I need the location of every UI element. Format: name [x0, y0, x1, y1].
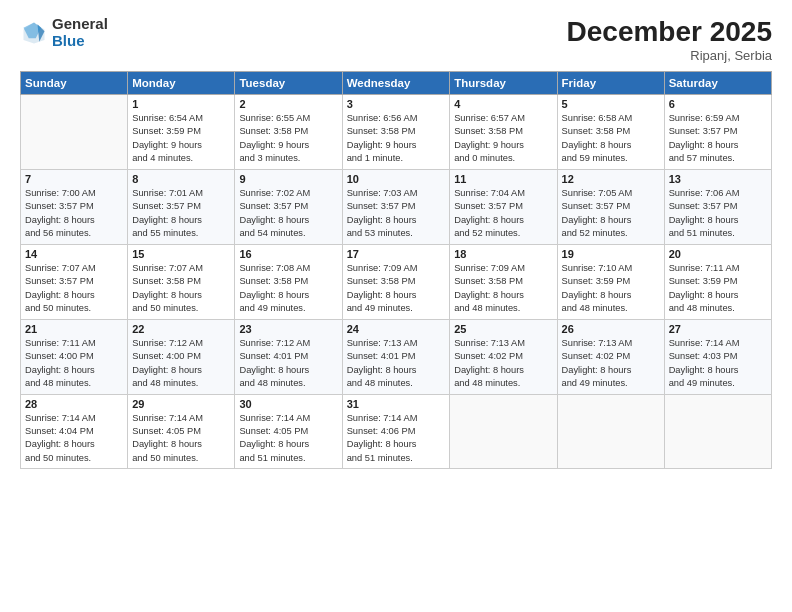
day-number: 10 — [347, 173, 446, 185]
calendar-cell: 21Sunrise: 7:11 AMSunset: 4:00 PMDayligh… — [21, 319, 128, 394]
calendar-cell: 13Sunrise: 7:06 AMSunset: 3:57 PMDayligh… — [664, 169, 771, 244]
day-number: 27 — [669, 323, 767, 335]
day-detail: Sunrise: 7:04 AMSunset: 3:57 PMDaylight:… — [454, 187, 552, 241]
day-number: 31 — [347, 398, 446, 410]
day-detail: Sunrise: 7:09 AMSunset: 3:58 PMDaylight:… — [347, 262, 446, 316]
calendar-cell: 22Sunrise: 7:12 AMSunset: 4:00 PMDayligh… — [128, 319, 235, 394]
day-number: 5 — [562, 98, 660, 110]
location-label: Ripanj, Serbia — [567, 48, 772, 63]
day-number: 16 — [239, 248, 337, 260]
day-detail: Sunrise: 7:07 AMSunset: 3:58 PMDaylight:… — [132, 262, 230, 316]
day-number: 22 — [132, 323, 230, 335]
calendar-cell: 24Sunrise: 7:13 AMSunset: 4:01 PMDayligh… — [342, 319, 450, 394]
calendar-week-row: 7Sunrise: 7:00 AMSunset: 3:57 PMDaylight… — [21, 169, 772, 244]
calendar-cell: 5Sunrise: 6:58 AMSunset: 3:58 PMDaylight… — [557, 95, 664, 170]
calendar-cell: 31Sunrise: 7:14 AMSunset: 4:06 PMDayligh… — [342, 394, 450, 469]
day-number: 28 — [25, 398, 123, 410]
logo-general-text: General — [52, 16, 108, 33]
day-number: 24 — [347, 323, 446, 335]
calendar-cell: 9Sunrise: 7:02 AMSunset: 3:57 PMDaylight… — [235, 169, 342, 244]
month-year-title: December 2025 — [567, 16, 772, 48]
weekday-header-thursday: Thursday — [450, 72, 557, 95]
calendar-cell: 8Sunrise: 7:01 AMSunset: 3:57 PMDaylight… — [128, 169, 235, 244]
day-number: 25 — [454, 323, 552, 335]
day-detail: Sunrise: 7:06 AMSunset: 3:57 PMDaylight:… — [669, 187, 767, 241]
logo-blue-text: Blue — [52, 33, 108, 50]
day-number: 13 — [669, 173, 767, 185]
day-detail: Sunrise: 7:13 AMSunset: 4:01 PMDaylight:… — [347, 337, 446, 391]
logo-text: General Blue — [52, 16, 108, 49]
day-detail: Sunrise: 7:14 AMSunset: 4:05 PMDaylight:… — [239, 412, 337, 466]
calendar-cell — [450, 394, 557, 469]
day-number: 26 — [562, 323, 660, 335]
calendar-cell: 25Sunrise: 7:13 AMSunset: 4:02 PMDayligh… — [450, 319, 557, 394]
logo: General Blue — [20, 16, 108, 49]
day-detail: Sunrise: 6:54 AMSunset: 3:59 PMDaylight:… — [132, 112, 230, 166]
day-detail: Sunrise: 7:14 AMSunset: 4:04 PMDaylight:… — [25, 412, 123, 466]
calendar-cell: 18Sunrise: 7:09 AMSunset: 3:58 PMDayligh… — [450, 244, 557, 319]
day-detail: Sunrise: 7:12 AMSunset: 4:01 PMDaylight:… — [239, 337, 337, 391]
day-number: 29 — [132, 398, 230, 410]
weekday-header-row: SundayMondayTuesdayWednesdayThursdayFrid… — [21, 72, 772, 95]
day-number: 2 — [239, 98, 337, 110]
calendar-cell: 20Sunrise: 7:11 AMSunset: 3:59 PMDayligh… — [664, 244, 771, 319]
day-detail: Sunrise: 7:00 AMSunset: 3:57 PMDaylight:… — [25, 187, 123, 241]
calendar-week-row: 1Sunrise: 6:54 AMSunset: 3:59 PMDaylight… — [21, 95, 772, 170]
day-detail: Sunrise: 7:14 AMSunset: 4:06 PMDaylight:… — [347, 412, 446, 466]
day-number: 1 — [132, 98, 230, 110]
day-number: 23 — [239, 323, 337, 335]
calendar-cell: 27Sunrise: 7:14 AMSunset: 4:03 PMDayligh… — [664, 319, 771, 394]
day-detail: Sunrise: 7:10 AMSunset: 3:59 PMDaylight:… — [562, 262, 660, 316]
day-number: 8 — [132, 173, 230, 185]
day-detail: Sunrise: 6:56 AMSunset: 3:58 PMDaylight:… — [347, 112, 446, 166]
calendar-cell: 6Sunrise: 6:59 AMSunset: 3:57 PMDaylight… — [664, 95, 771, 170]
day-detail: Sunrise: 7:08 AMSunset: 3:58 PMDaylight:… — [239, 262, 337, 316]
calendar-cell: 30Sunrise: 7:14 AMSunset: 4:05 PMDayligh… — [235, 394, 342, 469]
header: General Blue December 2025 Ripanj, Serbi… — [20, 16, 772, 63]
weekday-header-sunday: Sunday — [21, 72, 128, 95]
calendar-week-row: 28Sunrise: 7:14 AMSunset: 4:04 PMDayligh… — [21, 394, 772, 469]
calendar-cell: 19Sunrise: 7:10 AMSunset: 3:59 PMDayligh… — [557, 244, 664, 319]
logo-icon — [20, 19, 48, 47]
day-number: 9 — [239, 173, 337, 185]
calendar-cell: 16Sunrise: 7:08 AMSunset: 3:58 PMDayligh… — [235, 244, 342, 319]
day-number: 7 — [25, 173, 123, 185]
day-detail: Sunrise: 7:09 AMSunset: 3:58 PMDaylight:… — [454, 262, 552, 316]
calendar-cell: 11Sunrise: 7:04 AMSunset: 3:57 PMDayligh… — [450, 169, 557, 244]
weekday-header-tuesday: Tuesday — [235, 72, 342, 95]
calendar-cell: 2Sunrise: 6:55 AMSunset: 3:58 PMDaylight… — [235, 95, 342, 170]
title-block: December 2025 Ripanj, Serbia — [567, 16, 772, 63]
day-number: 18 — [454, 248, 552, 260]
day-number: 19 — [562, 248, 660, 260]
calendar-cell — [21, 95, 128, 170]
day-number: 17 — [347, 248, 446, 260]
weekday-header-friday: Friday — [557, 72, 664, 95]
calendar-week-row: 21Sunrise: 7:11 AMSunset: 4:00 PMDayligh… — [21, 319, 772, 394]
calendar-cell: 29Sunrise: 7:14 AMSunset: 4:05 PMDayligh… — [128, 394, 235, 469]
calendar-table: SundayMondayTuesdayWednesdayThursdayFrid… — [20, 71, 772, 469]
weekday-header-saturday: Saturday — [664, 72, 771, 95]
day-detail: Sunrise: 7:07 AMSunset: 3:57 PMDaylight:… — [25, 262, 123, 316]
page: General Blue December 2025 Ripanj, Serbi… — [0, 0, 792, 612]
day-number: 21 — [25, 323, 123, 335]
calendar-cell: 26Sunrise: 7:13 AMSunset: 4:02 PMDayligh… — [557, 319, 664, 394]
calendar-cell: 7Sunrise: 7:00 AMSunset: 3:57 PMDaylight… — [21, 169, 128, 244]
day-detail: Sunrise: 6:59 AMSunset: 3:57 PMDaylight:… — [669, 112, 767, 166]
weekday-header-monday: Monday — [128, 72, 235, 95]
day-detail: Sunrise: 7:14 AMSunset: 4:05 PMDaylight:… — [132, 412, 230, 466]
day-detail: Sunrise: 7:12 AMSunset: 4:00 PMDaylight:… — [132, 337, 230, 391]
day-number: 4 — [454, 98, 552, 110]
weekday-header-wednesday: Wednesday — [342, 72, 450, 95]
day-number: 3 — [347, 98, 446, 110]
day-number: 15 — [132, 248, 230, 260]
calendar-cell: 12Sunrise: 7:05 AMSunset: 3:57 PMDayligh… — [557, 169, 664, 244]
calendar-cell: 14Sunrise: 7:07 AMSunset: 3:57 PMDayligh… — [21, 244, 128, 319]
day-detail: Sunrise: 7:05 AMSunset: 3:57 PMDaylight:… — [562, 187, 660, 241]
day-number: 6 — [669, 98, 767, 110]
calendar-cell: 28Sunrise: 7:14 AMSunset: 4:04 PMDayligh… — [21, 394, 128, 469]
day-number: 20 — [669, 248, 767, 260]
calendar-cell — [664, 394, 771, 469]
day-detail: Sunrise: 7:11 AMSunset: 3:59 PMDaylight:… — [669, 262, 767, 316]
calendar-cell: 1Sunrise: 6:54 AMSunset: 3:59 PMDaylight… — [128, 95, 235, 170]
day-detail: Sunrise: 7:13 AMSunset: 4:02 PMDaylight:… — [454, 337, 552, 391]
